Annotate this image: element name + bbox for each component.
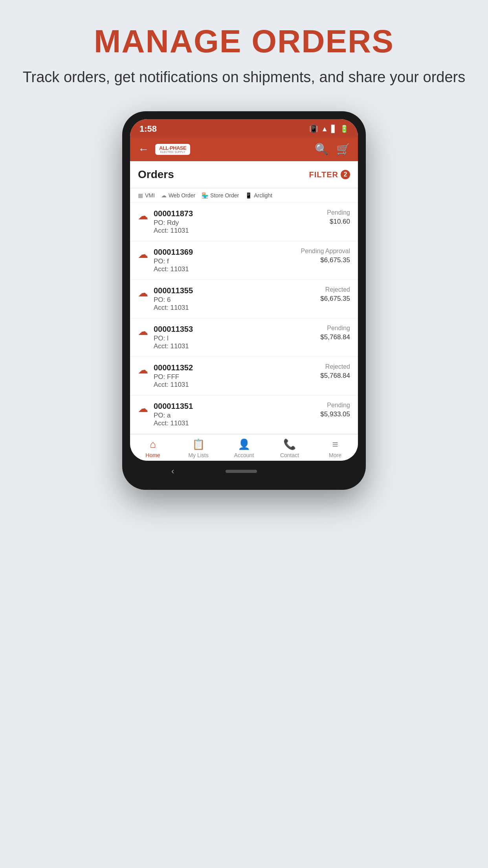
header-left: ← ALL·PHASE ELECTRIC SUPPLY <box>138 143 190 156</box>
order-acct: Acct: 11031 <box>154 419 320 427</box>
app-header: ← ALL·PHASE ELECTRIC SUPPLY 🔍 🛒 <box>130 137 358 161</box>
order-row[interactable]: ☁ 000011873 PO: Rdy Acct: 11031 Pending … <box>130 203 358 241</box>
vmi-icon: ▦ <box>138 192 143 199</box>
order-details: 000011369 PO: f Acct: 11031 <box>154 248 301 273</box>
store-order-label: Store Order <box>210 192 239 199</box>
order-amount: $5,768.84 <box>320 372 350 380</box>
order-details: 000011873 PO: Rdy Acct: 11031 <box>154 209 327 235</box>
order-status-amount: Pending $5,768.84 <box>320 325 350 341</box>
vmi-label: VMI <box>145 192 155 199</box>
status-time: 1:58 <box>139 124 157 134</box>
filter-count: 2 <box>341 170 350 179</box>
order-type-icon: ☁ <box>138 248 148 261</box>
order-status: Pending Approval <box>301 248 350 255</box>
logo-container: ALL·PHASE ELECTRIC SUPPLY <box>159 145 186 154</box>
phone-screen: 1:58 📳 ▲ ▋ 🔋 ← ALL·PHASE ELECTRIC SUPPLY <box>130 119 358 461</box>
store-order-icon: 🏪 <box>202 192 208 199</box>
order-type-icon: ☁ <box>138 326 148 338</box>
nav-item-my-lists[interactable]: 📋 My Lists <box>176 438 221 458</box>
logo-text: ALL·PHASE <box>159 145 186 151</box>
logo-subtext: ELECTRIC SUPPLY <box>159 151 186 154</box>
home-nav-icon: ⌂ <box>150 438 156 451</box>
legend-store-order: 🏪 Store Order <box>202 192 239 199</box>
order-row[interactable]: ☁ 000011369 PO: f Acct: 11031 Pending Ap… <box>130 241 358 280</box>
search-icon[interactable]: 🔍 <box>315 143 328 156</box>
nav-item-home[interactable]: ⌂ Home <box>130 438 176 458</box>
order-row[interactable]: ☁ 000011352 PO: FFF Acct: 11031 Rejected… <box>130 357 358 395</box>
order-acct: Acct: 11031 <box>154 265 301 273</box>
status-icons: 📳 ▲ ▋ 🔋 <box>309 125 349 133</box>
cart-icon[interactable]: 🛒 <box>336 143 350 156</box>
filter-button[interactable]: FILTER 2 <box>309 170 350 179</box>
web-order-label: Web Order <box>169 192 195 199</box>
back-gesture-icon: ‹ <box>171 466 174 476</box>
back-button[interactable]: ← <box>138 143 149 156</box>
order-number: 000011352 <box>154 363 320 372</box>
order-po: PO: f <box>154 257 301 265</box>
order-amount: $10.60 <box>327 218 350 226</box>
legend-arclight: 📱 Arclight <box>245 192 272 199</box>
wifi-icon: ▲ <box>321 125 328 133</box>
signal-icon: ▋ <box>331 125 337 133</box>
header-right: 🔍 🛒 <box>315 143 350 156</box>
status-bar: 1:58 📳 ▲ ▋ 🔋 <box>130 119 358 137</box>
arclight-icon: 📱 <box>245 192 252 199</box>
order-status-amount: Pending Approval $6,675.35 <box>301 248 350 264</box>
order-details: 000011353 PO: l Acct: 11031 <box>154 325 320 350</box>
order-amount: $6,675.35 <box>320 295 350 303</box>
order-type-icon: ☁ <box>138 364 148 376</box>
account-nav-icon: 👤 <box>238 438 250 451</box>
home-gesture-bar <box>226 470 257 473</box>
nav-item-more[interactable]: ≡ More <box>312 438 358 458</box>
order-row[interactable]: ☁ 000011351 PO: a Acct: 11031 Pending $5… <box>130 395 358 434</box>
order-acct: Acct: 11031 <box>154 227 327 235</box>
order-status: Pending <box>320 402 350 409</box>
order-po: PO: l <box>154 335 320 342</box>
order-row[interactable]: ☁ 000011355 PO: 6 Acct: 11031 Rejected $… <box>130 280 358 318</box>
web-order-icon: ☁ <box>161 192 167 199</box>
filter-label: FILTER <box>309 170 338 179</box>
order-acct: Acct: 11031 <box>154 381 320 389</box>
order-details: 000011352 PO: FFF Acct: 11031 <box>154 363 320 389</box>
arclight-label: Arclight <box>254 192 272 199</box>
bottom-nav: ⌂ Home 📋 My Lists 👤 Account 📞 Contact ≡ … <box>130 434 358 461</box>
orders-title: Orders <box>138 168 174 181</box>
legend-vmi: ▦ VMI <box>138 192 155 199</box>
home-nav-label: Home <box>145 452 160 458</box>
order-number: 000011873 <box>154 209 327 218</box>
order-status: Pending <box>327 209 350 216</box>
phone-bottom-bar: ‹ <box>130 461 358 482</box>
order-type-icon: ☁ <box>138 287 148 299</box>
order-status: Rejected <box>320 363 350 370</box>
order-number: 000011351 <box>154 402 320 411</box>
order-type-icon: ☁ <box>138 403 148 415</box>
my-lists-nav-icon: 📋 <box>192 438 205 451</box>
order-row[interactable]: ☁ 000011353 PO: l Acct: 11031 Pending $5… <box>130 318 358 357</box>
order-amount: $6,675.35 <box>301 256 350 264</box>
order-acct: Acct: 11031 <box>154 342 320 350</box>
battery-icon: 🔋 <box>340 125 349 133</box>
nav-item-contact[interactable]: 📞 Contact <box>267 438 312 458</box>
order-number: 000011369 <box>154 248 301 257</box>
order-po: PO: Rdy <box>154 219 327 227</box>
order-type-icon: ☁ <box>138 210 148 222</box>
order-number: 000011355 <box>154 286 320 295</box>
contact-nav-icon: 📞 <box>283 438 296 451</box>
page-subtitle: Track orders, get notifications on shipm… <box>23 67 465 88</box>
order-acct: Acct: 11031 <box>154 304 320 312</box>
legend-bar: ▦ VMI ☁ Web Order 🏪 Store Order 📱 Arclig… <box>130 188 358 203</box>
vibrate-icon: 📳 <box>309 125 318 133</box>
phone-device: 1:58 📳 ▲ ▋ 🔋 ← ALL·PHASE ELECTRIC SUPPLY <box>122 111 366 490</box>
order-details: 000011355 PO: 6 Acct: 11031 <box>154 286 320 312</box>
order-status-amount: Pending $10.60 <box>327 209 350 226</box>
order-status-amount: Pending $5,933.05 <box>320 402 350 418</box>
order-po: PO: FFF <box>154 373 320 381</box>
order-amount: $5,933.05 <box>320 410 350 418</box>
nav-item-account[interactable]: 👤 Account <box>221 438 267 458</box>
order-details: 000011351 PO: a Acct: 11031 <box>154 402 320 427</box>
more-nav-label: More <box>329 452 341 458</box>
order-status-amount: Rejected $5,768.84 <box>320 363 350 380</box>
page-title: MANAGE ORDERS <box>23 24 465 59</box>
order-status: Pending <box>320 325 350 332</box>
order-po: PO: 6 <box>154 296 320 304</box>
